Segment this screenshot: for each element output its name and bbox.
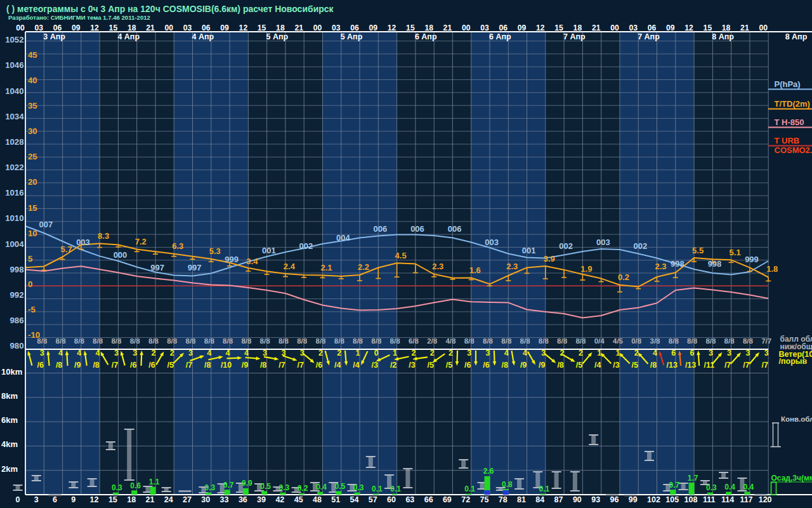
svg-text:8.3: 8.3 (98, 231, 109, 241)
svg-text:/порыв: /порыв (779, 357, 808, 366)
svg-text:/7: /7 (112, 361, 118, 370)
svg-text:3: 3 (300, 349, 304, 358)
svg-text:84: 84 (535, 495, 544, 504)
svg-text:6 Апр: 6 Апр (415, 32, 437, 41)
svg-text:8/8: 8/8 (241, 337, 252, 345)
svg-text:/7: /7 (724, 361, 731, 370)
svg-text:2.4: 2.4 (284, 262, 296, 271)
svg-text:/8: /8 (93, 361, 99, 370)
svg-text:/11: /11 (704, 361, 715, 370)
svg-text:0.1: 0.1 (372, 485, 383, 493)
svg-text:45: 45 (294, 495, 303, 504)
svg-text:0.4: 0.4 (743, 483, 754, 491)
svg-text:10: 10 (28, 229, 37, 238)
svg-text:3: 3 (40, 349, 44, 358)
svg-text:0.4: 0.4 (316, 483, 327, 491)
svg-text:/5: /5 (576, 361, 582, 370)
svg-text:54: 54 (350, 495, 359, 504)
svg-text:15: 15 (258, 23, 266, 32)
svg-text:51: 51 (331, 495, 340, 504)
svg-text:2.2: 2.2 (358, 262, 369, 272)
svg-text:1004: 1004 (5, 239, 24, 249)
svg-text:4 Апр: 4 Апр (192, 32, 214, 41)
svg-text:24: 24 (164, 495, 173, 504)
svg-text:6: 6 (671, 349, 676, 358)
svg-text:6/8: 6/8 (409, 337, 419, 345)
svg-text:2: 2 (318, 349, 323, 358)
svg-text:2: 2 (170, 349, 174, 358)
svg-text:006: 006 (448, 224, 462, 234)
svg-text:3: 3 (114, 349, 119, 358)
svg-text:15: 15 (28, 203, 37, 213)
svg-text:/3: /3 (409, 361, 415, 370)
svg-text:000: 000 (114, 250, 128, 260)
svg-text:/7: /7 (743, 361, 749, 370)
svg-text:0.5: 0.5 (260, 482, 271, 491)
svg-text:1.8: 1.8 (766, 264, 778, 274)
svg-text:/13: /13 (685, 361, 696, 370)
svg-text:12: 12 (90, 495, 99, 504)
svg-text:2.3: 2.3 (432, 262, 443, 271)
svg-text:2: 2 (411, 349, 416, 358)
svg-text:15: 15 (406, 23, 415, 32)
svg-text:09: 09 (666, 23, 675, 32)
svg-text:12: 12 (388, 23, 396, 32)
svg-text:1040: 1040 (5, 86, 23, 96)
svg-text:/8: /8 (502, 361, 508, 370)
svg-text:00: 00 (313, 23, 322, 32)
svg-text:/4: /4 (594, 361, 601, 370)
svg-text:3: 3 (541, 349, 546, 358)
svg-text:03: 03 (35, 23, 44, 32)
svg-text:0.2: 0.2 (618, 272, 629, 282)
svg-text:/8: /8 (56, 361, 62, 370)
svg-text:2: 2 (634, 349, 639, 358)
svg-text:09: 09 (518, 23, 527, 32)
svg-text:4.5: 4.5 (395, 251, 407, 260)
svg-text:3: 3 (188, 349, 193, 358)
svg-text:5.7: 5.7 (61, 244, 72, 254)
svg-text:998: 998 (10, 265, 23, 274)
svg-text:/6: /6 (464, 361, 471, 370)
svg-text:81: 81 (517, 495, 526, 504)
svg-text:4: 4 (207, 349, 211, 358)
svg-text:0.3: 0.3 (112, 483, 122, 492)
svg-text:/6: /6 (483, 361, 489, 370)
svg-text:21: 21 (146, 23, 155, 32)
svg-text:8/8: 8/8 (260, 337, 271, 345)
svg-text:8/8: 8/8 (705, 337, 716, 345)
svg-text:8/8: 8/8 (186, 337, 197, 345)
svg-text:4: 4 (96, 349, 100, 358)
svg-text:4: 4 (504, 349, 509, 358)
svg-text:2: 2 (449, 349, 453, 358)
svg-text:0.1: 0.1 (464, 485, 475, 493)
svg-text:/5: /5 (167, 361, 173, 370)
svg-text:0: 0 (28, 279, 32, 289)
svg-text:/13: /13 (667, 361, 678, 370)
svg-text:1052: 1052 (5, 35, 23, 44)
svg-text:0.9: 0.9 (242, 479, 252, 488)
svg-text:Осад,3ч(мм): Осад,3ч(мм) (771, 474, 812, 483)
svg-text:15: 15 (108, 495, 117, 504)
svg-text:03: 03 (629, 23, 638, 32)
svg-text:4: 4 (244, 349, 249, 358)
svg-text:108: 108 (684, 495, 698, 504)
svg-text:63: 63 (405, 495, 414, 504)
svg-text:8/8: 8/8 (687, 337, 698, 345)
svg-text:8/8: 8/8 (111, 337, 122, 345)
svg-text:8/8: 8/8 (371, 337, 382, 345)
svg-text:1.6: 1.6 (469, 265, 481, 275)
svg-text:06: 06 (350, 23, 359, 32)
svg-text:40: 40 (28, 76, 37, 85)
svg-text:3: 3 (133, 349, 137, 358)
svg-text:30: 30 (201, 495, 210, 504)
svg-text:0.8: 0.8 (502, 480, 513, 489)
svg-text:00: 00 (164, 23, 173, 32)
svg-text:8/8: 8/8 (74, 337, 85, 345)
svg-text:/7: /7 (761, 361, 768, 370)
svg-text:6: 6 (690, 349, 695, 358)
svg-text:/4: /4 (334, 361, 341, 370)
svg-text:0: 0 (374, 349, 379, 358)
svg-text:003: 003 (76, 237, 90, 247)
svg-text:4: 4 (58, 349, 63, 358)
svg-text:8/8: 8/8 (204, 337, 215, 345)
